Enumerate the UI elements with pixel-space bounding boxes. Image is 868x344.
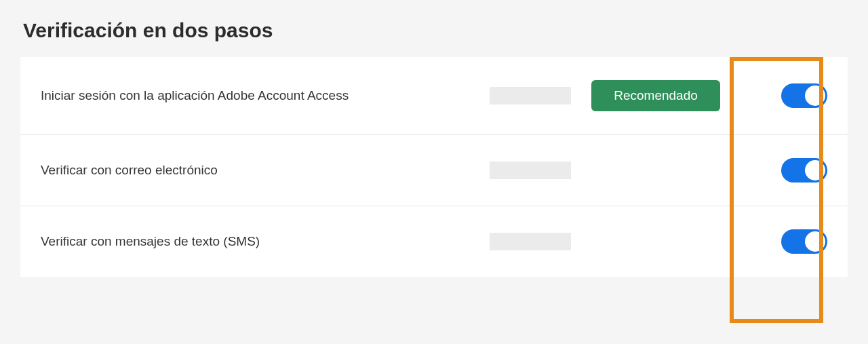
toggle-sms-verification[interactable]: [781, 229, 827, 254]
toggle-knob: [805, 160, 825, 180]
redacted-value: [490, 161, 571, 179]
toggle-knob: [805, 231, 825, 252]
toggle-email-verification[interactable]: [781, 158, 827, 183]
redacted-value: [490, 87, 571, 104]
toggle-knob: [805, 85, 825, 106]
setting-label: Verificar con mensajes de texto (SMS): [41, 234, 490, 249]
recommended-badge: Recomendado: [591, 80, 720, 111]
toggle-adobe-account-access[interactable]: [781, 83, 827, 108]
section-title: Verificación en dos pasos: [20, 19, 848, 42]
setting-row-email-verification: Verificar con correo electrónico: [20, 135, 848, 206]
redacted-value: [490, 233, 571, 250]
setting-row-adobe-account-access: Iniciar sesión con la aplicación Adobe A…: [20, 57, 848, 135]
setting-label: Iniciar sesión con la aplicación Adobe A…: [41, 88, 490, 103]
two-step-settings-list: Iniciar sesión con la aplicación Adobe A…: [20, 57, 848, 277]
setting-label: Verificar con correo electrónico: [41, 163, 490, 178]
setting-row-sms-verification: Verificar con mensajes de texto (SMS): [20, 206, 848, 277]
